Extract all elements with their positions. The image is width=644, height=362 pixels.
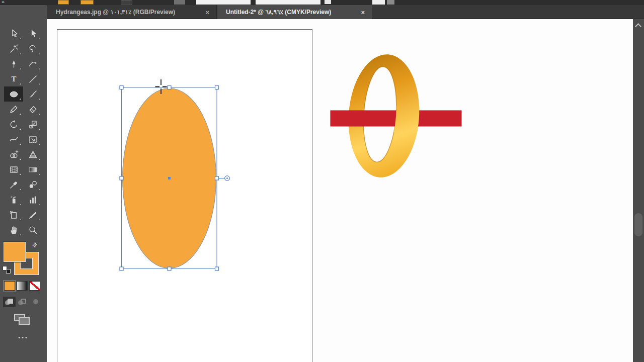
topbar-input-fragment (196, 0, 251, 5)
tool-symbol-sprayer[interactable] (4, 192, 23, 207)
tool-direct-selection[interactable] (4, 26, 23, 41)
tool-selection[interactable] (23, 26, 42, 41)
tool-type[interactable]: T (4, 71, 23, 86)
lasso-icon (28, 44, 38, 54)
tool-artboard[interactable] (4, 207, 23, 222)
fill-color-swatch[interactable] (4, 242, 25, 261)
tool-grid: T (4, 26, 43, 237)
selection-handle[interactable] (120, 267, 123, 270)
tool-hand[interactable] (4, 222, 23, 237)
paintbrush-icon (28, 89, 38, 100)
tool-lasso[interactable] (23, 41, 42, 56)
topbar-fill-swatch-fragment (58, 0, 69, 5)
draw-inside-button[interactable] (29, 297, 42, 307)
line-segment-icon (28, 74, 38, 84)
tool-perspective-grid[interactable] (23, 147, 42, 162)
tool-ellipse[interactable] (4, 86, 23, 102)
toolbar-more-icon[interactable]: ••• (0, 334, 47, 340)
tool-rotate[interactable] (4, 117, 23, 132)
document-tab-bar: Hydrangeas.jpg @ ١٠١,٣١٪ (RGB/Preview) ×… (47, 5, 644, 19)
canvas-area[interactable] (47, 19, 633, 362)
topbar-input-fragment (256, 0, 320, 5)
tool-width[interactable] (4, 132, 23, 147)
selection-handle[interactable] (215, 86, 219, 89)
right-panel-strip (633, 19, 644, 362)
selected-ellipse-group (115, 75, 235, 287)
topbar-stroke-swatch-fragment (80, 0, 94, 5)
tool-eyedropper[interactable] (4, 177, 23, 192)
tool-zoom[interactable] (23, 222, 42, 237)
tool-slice[interactable] (23, 207, 42, 222)
tool-gradient[interactable] (23, 162, 42, 177)
draw-behind-button[interactable] (16, 297, 29, 307)
tool-free-transform[interactable] (23, 132, 42, 147)
tool-magic-wand[interactable] (4, 41, 23, 56)
swap-fill-stroke-icon[interactable]: ⇄ (29, 239, 41, 251)
tab-close-icon[interactable]: × (361, 9, 365, 16)
blend-icon (28, 179, 38, 190)
scrollbar-thumb[interactable] (634, 213, 642, 236)
draw-normal-button[interactable] (3, 297, 16, 307)
selection-handle[interactable] (168, 86, 171, 89)
tool-mesh[interactable] (4, 162, 23, 177)
perspective-grid-icon (28, 149, 38, 160)
magic-wand-icon (9, 44, 19, 54)
collapse-panel-icon[interactable]: « (2, 0, 5, 5)
direct-selection-icon (9, 29, 19, 39)
free-transform-icon (28, 134, 38, 145)
top-control-strip: « (0, 0, 644, 5)
tab-close-icon[interactable]: × (205, 9, 209, 16)
eyedropper-icon (9, 179, 19, 190)
tab-untitled-2[interactable]: Untitled-2* @ ٦٨,٩٦٪ (CMYK/Preview) × (217, 5, 372, 19)
none-button[interactable] (29, 281, 40, 291)
eraser-icon (28, 104, 38, 115)
transform-circle-dot (226, 177, 228, 179)
tool-blend[interactable] (23, 177, 42, 192)
tool-column-graph[interactable] (23, 192, 42, 207)
selection-icon (28, 29, 38, 39)
tool-pencil[interactable] (4, 102, 23, 117)
tool-scale[interactable] (23, 117, 42, 132)
tab-hydrangeas[interactable]: Hydrangeas.jpg @ ١٠١,٣١٪ (RGB/Preview) × (47, 5, 217, 19)
selection-handle[interactable] (168, 267, 171, 270)
pen-icon (9, 59, 19, 69)
ellipse-icon (9, 89, 19, 100)
selection-handle[interactable] (215, 176, 219, 180)
symbol-sprayer-icon (9, 195, 19, 205)
tool-shape-builder[interactable] (4, 147, 23, 162)
default-fill-stroke-icon[interactable] (3, 266, 12, 274)
illustrator-window: « Hydrangeas.jpg @ ١٠١,٣١٪ (RGB/Preview)… (0, 0, 644, 362)
tool-line-segment[interactable] (23, 71, 42, 86)
tool-paintbrush[interactable] (23, 86, 42, 102)
width-icon (9, 134, 19, 145)
selection-handle[interactable] (215, 267, 219, 270)
tool-pen[interactable] (4, 56, 23, 71)
gradient-icon (28, 164, 38, 175)
zoom-icon (28, 225, 38, 235)
selection-handle[interactable] (120, 86, 123, 89)
shape-center-point[interactable] (168, 177, 171, 179)
chevron-up-icon[interactable] (635, 23, 641, 30)
color-button[interactable] (4, 281, 15, 291)
tool-curvature[interactable] (23, 56, 42, 71)
screen-mode-button[interactable] (14, 314, 32, 327)
rotate-icon (9, 119, 19, 130)
type-icon: T (9, 74, 19, 84)
slice-icon (28, 210, 38, 220)
gold-ring-graphic[interactable] (322, 48, 468, 184)
topbar-control-fragment (372, 0, 385, 5)
pencil-icon (9, 104, 19, 115)
draw-inside-icon (33, 299, 38, 304)
shape-builder-icon (9, 149, 19, 160)
tool-eraser[interactable] (23, 102, 42, 117)
mesh-icon (9, 164, 19, 175)
selection-handle[interactable] (120, 176, 123, 180)
hand-icon (9, 225, 19, 235)
artboard-icon (9, 210, 19, 220)
scale-icon (28, 119, 38, 130)
gradient-button[interactable] (17, 281, 28, 291)
topbar-control-fragment (387, 0, 394, 5)
topbar-control-fragment (174, 0, 185, 5)
curvature-icon (28, 59, 38, 69)
topbar-control-fragment (121, 0, 132, 5)
